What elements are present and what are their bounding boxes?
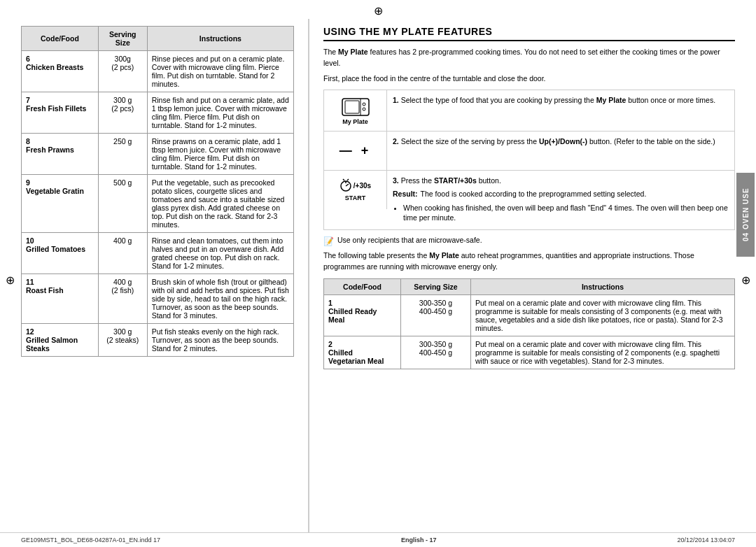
side-tab-label: OVEN USE	[742, 188, 750, 230]
main-content: Code/Food ServingSize Instructions 6Chic…	[0, 19, 756, 532]
svg-line-9	[347, 179, 349, 180]
left-table-serving-cell: 400 g(2 fish)	[98, 274, 147, 324]
left-column: Code/Food ServingSize Instructions 6Chic…	[21, 19, 294, 532]
left-table-row: 9Vegetable Gratin500 gPut the vegetable,…	[22, 175, 294, 233]
step-3-bullets: When cooking has finished, the oven will…	[393, 203, 729, 223]
my-plate-icon	[341, 96, 370, 118]
timer-icon	[340, 178, 352, 192]
step-3-row: /+30s START 3. Press the START/+30s butt…	[324, 171, 734, 229]
top-compass-icon: ⊕	[0, 0, 756, 19]
right-table-serving-cell: 300-350 g400-450 g	[401, 294, 471, 336]
steps-container: My Plate 1. Select the type of food that…	[323, 90, 735, 230]
left-table-serving-cell: 300g(2 pcs)	[98, 51, 147, 92]
following-text: The following table presents the My Plat…	[323, 250, 735, 273]
column-divider	[308, 19, 309, 532]
step-3-bullet-1: When cooking has finished, the oven will…	[403, 203, 729, 223]
left-table-code-cell: 9Vegetable Gratin	[22, 175, 99, 233]
right-table-instruction-cell: Put meal on a ceramic plate and cover wi…	[471, 294, 735, 336]
step-2-icon-cell: — +	[324, 132, 387, 170]
footer-left: GE109MST1_BOL_DE68-04287A-01_EN.indd 17	[21, 537, 160, 544]
page: ⊕ Code/Food ServingSize Instructions 6Ch…	[0, 0, 756, 547]
start-label: START	[345, 194, 365, 201]
svg-point-2	[363, 103, 365, 106]
left-table-instruction-cell: Put fish steaks evenly on the high rack.…	[147, 324, 293, 357]
step-1-text: 1. Select the type of food that you are …	[387, 90, 734, 111]
svg-line-7	[346, 184, 349, 186]
right-table-instruction-cell: Put meal on a ceramic plate and cover wi…	[471, 336, 735, 369]
step-2-row: — + 2. Select the size of the serving by…	[324, 132, 734, 171]
left-table-code-cell: 8Fresh Prawns	[22, 134, 99, 175]
step-1-row: My Plate 1. Select the type of food that…	[324, 90, 734, 132]
svg-line-8	[343, 179, 344, 180]
left-table-serving-cell: 400 g	[98, 233, 147, 274]
left-compass-icon: ⊕	[6, 274, 15, 287]
left-table-serving-cell: 300 g(2 steaks)	[98, 324, 147, 357]
left-table-instruction-cell: Rinse fish and put on a ceramic plate, a…	[147, 92, 293, 134]
left-table-row: 6Chicken Breasts300g(2 pcs)Rinse pieces …	[22, 51, 294, 92]
svg-point-3	[363, 108, 365, 111]
left-table-code-cell: 10Grilled Tomatoes	[22, 233, 99, 274]
svg-rect-0	[342, 99, 369, 115]
right-table-header-instructions: Instructions	[471, 278, 735, 294]
left-table-row: 11Roast Fish400 g(2 fish)Brush skin of w…	[22, 274, 294, 324]
left-table-instruction-cell: Brush skin of whole fish (trout or gilth…	[147, 274, 293, 324]
left-table-row: 8Fresh Prawns250 gRinse prawns on a cera…	[22, 134, 294, 175]
footer-right: 20/12/2014 13:04:07	[677, 537, 735, 544]
right-column: USING THE MY PLATE FEATURES The My Plate…	[323, 19, 735, 532]
left-table-code-cell: 6Chicken Breasts	[22, 51, 99, 92]
left-table-header-code: Code/Food	[22, 27, 99, 51]
right-table-row: 2ChilledVegetarian Meal300-350 g400-450 …	[324, 336, 735, 369]
right-table-serving-cell: 300-350 g400-450 g	[401, 336, 471, 369]
footer-center: English - 17	[401, 537, 437, 544]
right-table-row: 1Chilled ReadyMeal300-350 g400-450 gPut …	[324, 294, 735, 336]
left-table-code-cell: 7Fresh Fish Fillets	[22, 92, 99, 134]
note-row: 📝 Use only recipients that are microwave…	[323, 236, 735, 246]
intro-line1: The My Plate features has 2 pre-programm…	[323, 47, 735, 69]
start-icon-group: /+30s	[340, 178, 371, 192]
left-table-serving-cell: 500 g	[98, 175, 147, 233]
left-table-header-serving: ServingSize	[98, 27, 147, 51]
left-table-header-instructions: Instructions	[147, 27, 293, 51]
left-table-instruction-cell: Put the vegetable, such as precooked pot…	[147, 175, 293, 233]
left-table-serving-cell: 300 g(2 pcs)	[98, 92, 147, 134]
left-table-instruction-cell: Rinse pieces and put on a ceramic plate.…	[147, 51, 293, 92]
right-table-code-cell: 1Chilled ReadyMeal	[324, 294, 401, 336]
right-table-header-serving: Serving Size	[401, 278, 471, 294]
step-3-text: 3. Press the START/+30s button. Result: …	[387, 171, 734, 229]
my-plate-label: My Plate	[342, 118, 368, 125]
note-text: Use only recipients that are microwave-s…	[337, 236, 482, 244]
plus30s-label: /+30s	[354, 182, 371, 190]
left-table-serving-cell: 250 g	[98, 134, 147, 175]
result-label: Result:	[393, 189, 418, 200]
step-1-icon-cell: My Plate	[324, 90, 387, 131]
right-compass-icon: ⊕	[741, 274, 750, 287]
left-table-code-cell: 11Roast Fish	[22, 274, 99, 324]
side-tab: 04 OVEN USE	[736, 173, 755, 257]
svg-rect-1	[345, 101, 359, 113]
left-table-instruction-cell: Rinse and clean tomatoes, cut them into …	[147, 233, 293, 274]
note-icon: 📝	[323, 236, 334, 246]
left-table-code-cell: 12Grilled SalmonSteaks	[22, 324, 99, 357]
right-table-header-code: Code/Food	[324, 278, 401, 294]
step-2-text: 2. Select the size of the serving by pre…	[387, 132, 734, 152]
up-down-icon: — +	[340, 143, 372, 158]
step-3-icon-cell: /+30s START	[324, 171, 387, 209]
left-table-instruction-cell: Rinse prawns on a ceramic plate, add 1 t…	[147, 134, 293, 175]
footer: GE109MST1_BOL_DE68-04287A-01_EN.indd 17 …	[0, 532, 756, 547]
side-tab-number: 04	[742, 232, 750, 241]
right-table-code-cell: 2ChilledVegetarian Meal	[324, 336, 401, 369]
left-table-row: 7Fresh Fish Fillets300 g(2 pcs)Rinse fis…	[22, 92, 294, 134]
left-table-row: 12Grilled SalmonSteaks300 g(2 steaks)Put…	[22, 324, 294, 357]
left-table: Code/Food ServingSize Instructions 6Chic…	[21, 26, 294, 357]
result-text: The food is cooked according to the prep…	[421, 189, 647, 200]
right-table: Code/Food Serving Size Instructions 1Chi…	[323, 278, 735, 369]
section-title: USING THE MY PLATE FEATURES	[323, 26, 735, 41]
intro-line2: First, place the food in the centre of t…	[323, 73, 735, 85]
left-table-row: 10Grilled Tomatoes400 gRinse and clean t…	[22, 233, 294, 274]
